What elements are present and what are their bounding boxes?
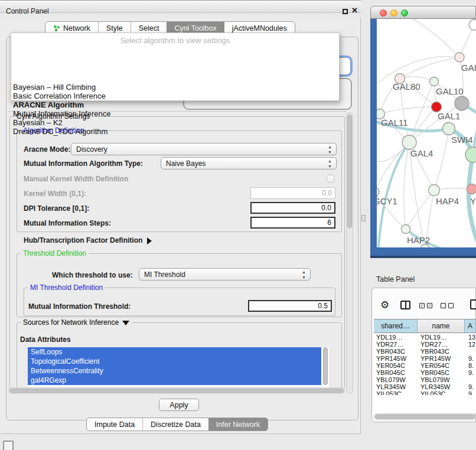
minimized-window-icon[interactable] (3, 441, 14, 450)
unchecked-columns-icon[interactable] (441, 303, 446, 308)
algorithm-option[interactable]: Bayesian – K2 (13, 118, 338, 127)
network-edge[interactable] (404, 142, 409, 229)
network-node-gal4[interactable] (402, 135, 416, 149)
close-icon[interactable]: ✕ (351, 6, 358, 15)
control-panel-title: Control Panel (6, 7, 49, 15)
manual-kernel-checkbox[interactable] (327, 175, 334, 182)
network-window-titlebar[interactable] (370, 6, 476, 19)
checked-columns-icon[interactable]: ✓ (427, 303, 432, 308)
algorithm-option[interactable]: Bayesian – Hill Climbing (13, 83, 338, 92)
table-cell: YBR043C (420, 348, 449, 355)
aracne-mode-combobox[interactable]: Discovery ▲▼ (71, 143, 337, 155)
mi-type-combobox[interactable]: Naive Bayes ▲▼ (161, 157, 337, 169)
mi-threshold-label: Mutual Information Threshold: (28, 302, 131, 311)
network-node-gal10[interactable] (430, 77, 439, 86)
zoom-traffic-light[interactable] (401, 9, 408, 17)
mi-threshold-field[interactable]: 0.5 (248, 300, 332, 312)
algorithm-option[interactable]: Basic Correlation Inference (13, 92, 338, 100)
network-node-y[interactable] (467, 184, 476, 194)
table-row[interactable]: YPR145WYPR145W9. (374, 355, 476, 362)
threshold-definition-title: Threshold Definition (21, 249, 89, 257)
table-horizontal-scrollbar[interactable] (374, 413, 476, 420)
minimize-traffic-light[interactable] (390, 9, 397, 17)
close-traffic-light[interactable] (380, 9, 387, 17)
float-icon[interactable] (343, 9, 348, 14)
unchecked-columns-icon[interactable] (448, 303, 454, 308)
table-row[interactable]: YLR345WYLR345W9. (374, 383, 476, 390)
combo-arrows-icon: ▲▼ (302, 269, 306, 280)
table-row[interactable]: YDR27…YDR27…12 (374, 341, 476, 348)
combo-arrows-icon: ▲▼ (328, 158, 332, 169)
which-threshold-label: Which threshold to use: (52, 271, 133, 279)
network-node-gal[interactable] (455, 53, 464, 62)
network-node[interactable] (465, 147, 476, 162)
tab-discretize-data[interactable]: Discretize Data (142, 418, 208, 431)
mi-threshold-group-title: MI Threshold Definition (28, 283, 105, 292)
settings-scroll-area: Cyni Algorithm Settings Algorithm Defini… (8, 112, 346, 387)
split-columns-icon[interactable] (400, 301, 410, 309)
attributes-list-scrollbar[interactable] (322, 347, 328, 386)
table-cell: YER054C (420, 362, 449, 369)
table-cell: YDR27… (420, 341, 448, 348)
settings-vertical-scrollbar[interactable] (346, 112, 353, 394)
network-edge[interactable] (473, 107, 476, 154)
network-node-hap4[interactable] (429, 185, 440, 196)
attribute-list-item[interactable]: SelfLoops (28, 347, 321, 357)
split-pane-divider[interactable] (361, 215, 366, 221)
table-row[interactable]: YBL079WYBL079W (374, 376, 476, 383)
tab-label: Cyni Toolbox (174, 24, 216, 32)
network-graph[interactable]: GALGAL80GAL10GAL1GAL11SWI4GAL4GCY1HAP4YH… (377, 19, 476, 247)
mi-steps-label: Mutual Information Steps: (24, 219, 111, 227)
column-header-shared-name[interactable]: shared… (374, 319, 418, 332)
network-edge[interactable] (380, 107, 436, 114)
gear-icon[interactable]: ⚙ (380, 299, 389, 311)
network-node-label: GAL4 (410, 148, 433, 158)
table-row[interactable]: YDL19…YDL19…13 (374, 334, 476, 341)
which-threshold-combobox[interactable]: MI Threshold ▲▼ (139, 268, 311, 281)
network-node-gcy1[interactable] (377, 187, 379, 197)
table-cell: 12 (468, 341, 475, 348)
hub-definition-toggle[interactable]: Hub/Transcription Factor Definition (24, 236, 152, 244)
column-header-next[interactable]: A (465, 319, 476, 332)
table-row[interactable]: YBR043CYBR043C (374, 348, 476, 355)
kernel-width-field[interactable]: 0.0 (250, 187, 335, 199)
network-node-label: GAL80 (393, 81, 420, 92)
checked-columns-icon[interactable]: ✓ (419, 303, 425, 308)
dpi-tolerance-field[interactable]: 0.0 (250, 202, 335, 214)
table-cell: YBR045C (420, 369, 449, 376)
dpi-tolerance-label: DPI Tolerance [0,1]: (24, 204, 89, 213)
tab-label: Select (139, 24, 159, 32)
table-row[interactable]: YIL053CYIL053C9 (374, 390, 476, 395)
mi-steps-field[interactable]: 6 (250, 217, 335, 229)
network-node[interactable] (455, 96, 469, 110)
document-icon[interactable] (470, 299, 476, 309)
network-edge[interactable] (400, 57, 459, 79)
network-node[interactable] (469, 19, 476, 30)
network-node-label: GAL10 (436, 86, 464, 96)
network-node-label: Y (470, 196, 476, 206)
algorithm-option[interactable]: Dream8 DC_TDC Algorithm (13, 127, 338, 136)
apply-button[interactable]: Apply (159, 399, 199, 411)
network-canvas[interactable]: GALGAL80GAL10GAL1GAL11SWI4GAL4GCY1HAP4YH… (377, 19, 476, 247)
algorithm-option[interactable]: Mutual Information Inference (13, 109, 338, 118)
network-edge[interactable] (405, 19, 459, 57)
network-node-hap2[interactable] (402, 225, 410, 234)
table-row[interactable]: YER054CYER054C8. (374, 362, 476, 369)
algorithm-option[interactable]: ARACNE Algorithm (13, 100, 338, 109)
column-header-name[interactable]: name (418, 319, 465, 332)
table-row[interactable]: YBR045CYBR045C9. (374, 369, 476, 376)
tab-infer-network[interactable]: Infer Network (208, 418, 268, 431)
sources-group-title[interactable]: Sources for Network Inference (21, 318, 132, 327)
combo-arrows-icon: ▲▼ (328, 144, 332, 155)
settings-horizontal-scrollbar[interactable] (8, 387, 345, 394)
network-node-gal1[interactable] (432, 102, 442, 112)
attribute-list-item[interactable]: TopologicalCoefficient (28, 357, 321, 366)
table-cell: 8. (468, 362, 474, 369)
network-node-swi4[interactable] (443, 123, 455, 135)
attribute-list-item[interactable]: gal4RGexp (28, 376, 321, 385)
which-threshold-value: MI Threshold (144, 270, 185, 279)
network-window-frame-bottom (370, 256, 476, 258)
tab-impute-data[interactable]: Impute Data (87, 418, 142, 431)
network-edge[interactable] (434, 129, 449, 190)
attribute-list-item[interactable]: BetweennessCentrality (28, 366, 321, 376)
